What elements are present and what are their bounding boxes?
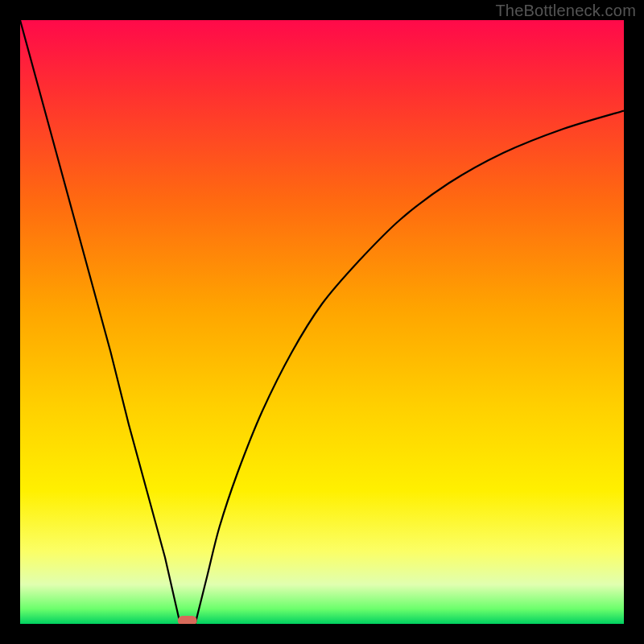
chart-svg: [20, 20, 624, 624]
chart-frame: TheBottleneck.com: [0, 0, 644, 644]
bottom-marker: [178, 616, 197, 624]
plot-area: [20, 20, 624, 624]
gradient-background: [20, 20, 624, 624]
attribution-text: TheBottleneck.com: [495, 2, 636, 20]
